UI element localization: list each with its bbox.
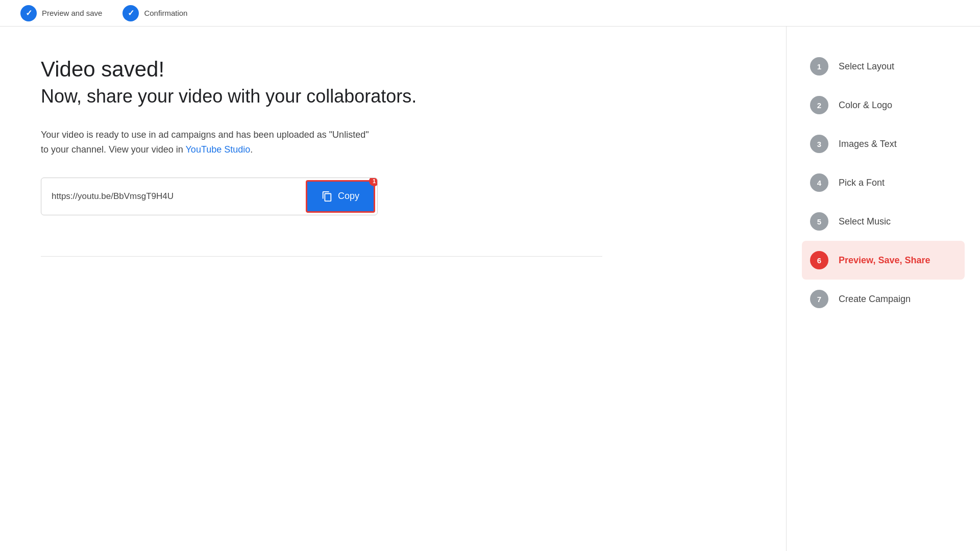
sidebar-step-number-5: 5	[810, 212, 828, 231]
sidebar-step-1[interactable]: 1 Select Layout	[802, 47, 965, 86]
sidebar-step-3[interactable]: 3 Images & Text	[802, 124, 965, 163]
sidebar-step-2[interactable]: 2 Color & Logo	[802, 86, 965, 124]
sidebar-step-5[interactable]: 5 Select Music	[802, 202, 965, 241]
sidebar-step-label-2: Color & Logo	[839, 100, 892, 111]
url-copy-container: 1 Copy	[41, 178, 378, 215]
sidebar-step-number-2: 2	[810, 96, 828, 114]
sidebar-step-number-4: 4	[810, 173, 828, 192]
description-end: .	[250, 144, 253, 155]
copy-button[interactable]: Copy	[306, 180, 375, 213]
youtube-studio-link[interactable]: YouTube Studio	[186, 144, 251, 155]
sidebar-step-label-1: Select Layout	[839, 61, 894, 72]
copy-badge: 1	[369, 178, 378, 186]
nav-step-circle-3	[20, 5, 37, 21]
sidebar-step-6[interactable]: 6 Preview, Save, Share	[802, 241, 965, 280]
top-navigation: Preview and save Confirmation	[0, 0, 980, 27]
description-text-1: Your video is ready to use in ad campaig…	[41, 130, 369, 140]
sidebar-step-number-3: 3	[810, 135, 828, 153]
nav-step-confirmation: Confirmation	[122, 5, 187, 21]
description-text-2: to your channel. View your video in	[41, 144, 186, 155]
main-layout: Video saved! Now, share your video with …	[0, 27, 980, 551]
sidebar-step-number-7: 7	[810, 290, 828, 308]
sidebar-step-label-6: Preview, Save, Share	[839, 255, 930, 266]
url-input[interactable]	[41, 182, 304, 211]
video-saved-subtitle: Now, share your video with your collabor…	[41, 86, 745, 107]
sidebar-step-label-3: Images & Text	[839, 139, 897, 149]
sidebar-step-number-1: 1	[810, 57, 828, 76]
nav-step-label-4: Confirmation	[144, 9, 187, 17]
video-description: Your video is ready to use in ad campaig…	[41, 128, 500, 157]
sidebar-step-7[interactable]: 7 Create Campaign	[802, 280, 965, 318]
sidebar-step-label-5: Select Music	[839, 216, 891, 227]
sidebar-step-number-6: 6	[810, 251, 828, 269]
sidebar-step-label-7: Create Campaign	[839, 294, 911, 305]
sidebar-step-4[interactable]: 4 Pick a Font	[802, 163, 965, 202]
nav-step-circle-4	[122, 5, 139, 21]
content-divider	[41, 256, 602, 257]
copy-icon	[322, 191, 333, 202]
content-area: Video saved! Now, share your video with …	[0, 27, 786, 551]
nav-step-label-3: Preview and save	[42, 9, 102, 17]
sidebar: 1 Select Layout 2 Color & Logo 3 Images …	[786, 27, 980, 551]
video-saved-title: Video saved!	[41, 57, 745, 82]
sidebar-step-label-4: Pick a Font	[839, 178, 885, 188]
copy-button-label: Copy	[338, 191, 359, 202]
copy-button-wrapper: 1 Copy	[304, 178, 377, 215]
nav-step-preview: Preview and save	[20, 5, 102, 21]
